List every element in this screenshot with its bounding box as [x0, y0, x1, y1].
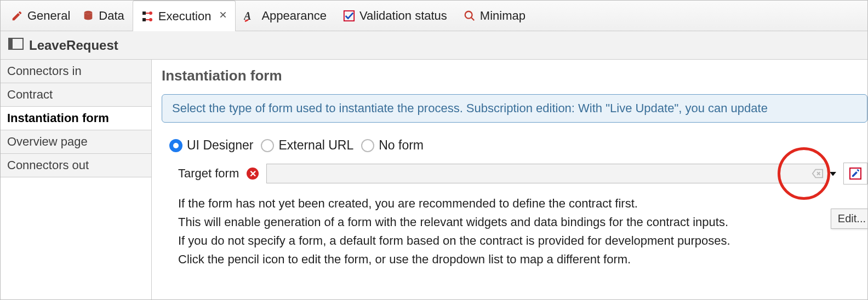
tab-label: General — [27, 9, 70, 23]
svg-point-4 — [149, 18, 152, 21]
tab-label: Appearance — [261, 9, 327, 23]
tabs-bar: General Data Execution — [1, 1, 867, 31]
help-line: Click the pencil icon to edit the form, … — [178, 250, 867, 269]
tab-label: Data — [99, 9, 124, 23]
svg-point-0 — [84, 11, 93, 14]
radio-label: No form — [379, 138, 424, 153]
database-icon — [82, 10, 94, 22]
editor-panel: General Data Execution — [0, 0, 868, 300]
tab-minimap[interactable]: Minimap — [455, 1, 534, 31]
radio-dot-icon — [261, 139, 274, 152]
tab-label: Execution — [158, 9, 212, 24]
target-form-row: Target form ✕ — [178, 163, 867, 184]
edit-form-button[interactable] — [843, 163, 867, 184]
form-type-radio-group: UI Designer External URL No form — [169, 138, 867, 153]
main-content: Instantiation form Select the type of fo… — [152, 60, 867, 299]
radio-dot-icon — [361, 139, 374, 152]
section-heading: Instantiation form — [162, 67, 867, 84]
dropdown-caret-icon[interactable] — [828, 169, 838, 178]
edit-tooltip: Edit... — [831, 209, 868, 229]
subheader: LeaveRequest — [1, 31, 867, 60]
checkbox-icon — [343, 10, 355, 22]
tab-appearance[interactable]: A Appearance — [236, 1, 335, 31]
svg-rect-6 — [344, 11, 354, 21]
svg-point-3 — [149, 11, 152, 15]
flow-icon — [141, 10, 154, 23]
radio-no-form[interactable]: No form — [361, 138, 424, 153]
svg-rect-1 — [142, 11, 146, 15]
help-text: If the form has not yet been created, yo… — [178, 194, 867, 269]
pool-icon — [8, 38, 24, 53]
pencil-icon — [11, 10, 23, 22]
magnifier-icon — [464, 10, 476, 22]
tab-general[interactable]: General — [3, 1, 78, 31]
sidebar-item-connectors-in[interactable]: Connectors in — [1, 60, 151, 83]
tab-data[interactable]: Data — [78, 1, 132, 31]
svg-rect-9 — [9, 38, 13, 49]
pool-title: LeaveRequest — [29, 38, 118, 53]
sidebar-item-instantiation-form[interactable]: Instantiation form — [1, 107, 151, 130]
tab-validation[interactable]: Validation status — [335, 1, 455, 31]
font-style-icon: A — [244, 9, 257, 22]
radio-label: UI Designer — [187, 138, 253, 153]
sidebar-item-overview-page[interactable]: Overview page — [1, 130, 151, 154]
sidebar: Connectors in Contract Instantiation for… — [1, 60, 152, 299]
radio-dot-icon — [169, 139, 182, 152]
tab-execution[interactable]: Execution — [133, 1, 236, 31]
svg-point-7 — [465, 11, 472, 19]
error-icon: ✕ — [247, 168, 259, 180]
info-banner: Select the type of form used to instanti… — [162, 94, 867, 123]
help-line: If the form has not yet been created, yo… — [178, 194, 867, 213]
radio-label: External URL — [278, 138, 353, 153]
radio-ui-designer[interactable]: UI Designer — [169, 138, 253, 153]
radio-external-url[interactable]: External URL — [261, 138, 353, 153]
tab-label: Minimap — [480, 9, 526, 23]
help-line: If you do not specify a form, a default … — [178, 232, 867, 250]
target-form-input[interactable] — [266, 164, 828, 183]
target-form-label: Target form — [178, 166, 239, 181]
tab-label: Validation status — [359, 9, 447, 23]
target-form-combo — [266, 163, 867, 184]
body: Connectors in Contract Instantiation for… — [1, 60, 867, 299]
sidebar-item-contract[interactable]: Contract — [1, 83, 151, 107]
close-icon[interactable] — [219, 10, 227, 22]
sidebar-item-connectors-out[interactable]: Connectors out — [1, 154, 151, 177]
svg-rect-2 — [142, 18, 146, 21]
help-line: This will enable generation of a form wi… — [178, 213, 867, 232]
